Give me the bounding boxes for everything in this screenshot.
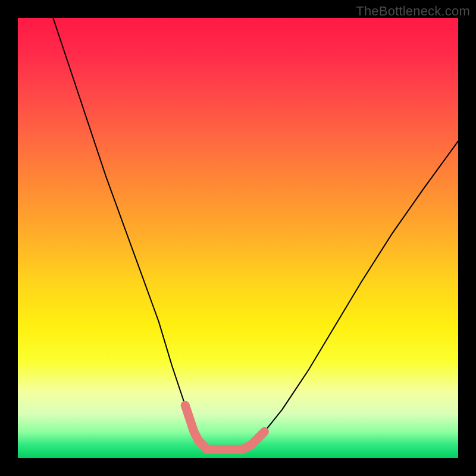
watermark-text: TheBottleneck.com (356, 4, 470, 19)
bottleneck-curve (53, 18, 458, 449)
chart-plot-area (18, 18, 458, 458)
chart-overlay (18, 18, 458, 458)
optimal-band (185, 405, 264, 449)
